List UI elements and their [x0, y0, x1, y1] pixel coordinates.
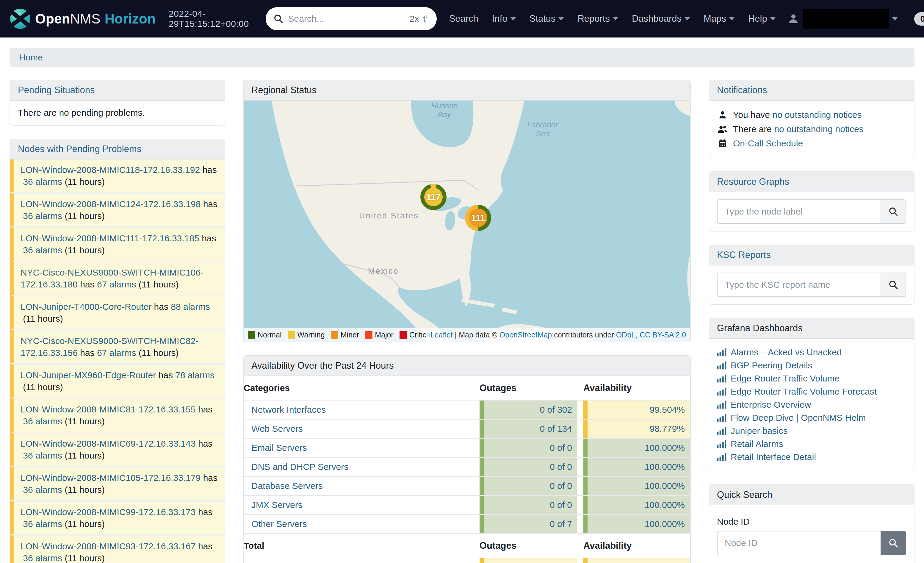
alarms-link[interactable]: 36 alarms — [23, 416, 62, 426]
alarms-link[interactable]: 36 alarms — [23, 211, 62, 221]
duration-text: (11 hours) — [139, 279, 179, 289]
resource-graphs-title[interactable]: Resource Graphs — [709, 172, 914, 192]
node-link[interactable]: LON-Window-2008-MIMIC69-172.16.33.143 — [21, 438, 196, 449]
grafana-links-list: Alarms – Acked vs Unacked BGP Peering De… — [717, 346, 906, 464]
pending-nodes-panel: Nodes with Pending Problems LON-Window-2… — [9, 139, 225, 563]
alarms-link[interactable]: 36 alarms — [23, 485, 62, 495]
map-cluster-marker[interactable]: 117 — [420, 184, 447, 210]
grafana-dashboard-link[interactable]: Retail Alarms — [730, 439, 783, 449]
regional-status-map[interactable]: Hudson Bay Labrador Sea United States Mé… — [244, 101, 690, 342]
brand[interactable]: OpenNMSHorizon — [10, 9, 156, 29]
category-link[interactable]: Database Servers — [251, 481, 323, 491]
search-input[interactable] — [288, 14, 405, 24]
grafana-dashboard-link[interactable]: BGP Peering Details — [730, 360, 813, 371]
alarms-link[interactable]: 88 alarms — [171, 302, 210, 312]
pending-situations-title[interactable]: Pending Situations — [10, 80, 225, 101]
users-icon — [717, 125, 728, 134]
odbl-link[interactable]: ODbL — [616, 330, 635, 339]
alarms-link[interactable]: 67 alarms — [97, 279, 136, 289]
grafana-dashboard-link[interactable]: Alarms – Acked vs Unacked — [730, 347, 842, 357]
grafana-dashboard-link[interactable]: Edge Router Traffic Volume — [730, 374, 840, 384]
resource-graphs-search-button[interactable] — [880, 200, 906, 224]
grafana-dashboard-item: Edge Router Traffic Volume — [717, 372, 906, 385]
node-id-input[interactable] — [717, 531, 880, 555]
quick-search-title: Quick Search — [709, 485, 914, 505]
grafana-dashboard-link[interactable]: Flow Deep Dive | OpenNMS Helm — [730, 413, 866, 423]
alarms-link[interactable]: 36 alarms — [23, 553, 62, 563]
node-link[interactable]: LON-Window-2008-MIMIC81-172.16.33.155 — [21, 404, 196, 414]
all-notices-link[interactable]: no outstanding notices — [774, 124, 863, 134]
duration-text: (11 hours) — [64, 485, 105, 495]
node-link[interactable]: LON-Juniper-MX960-Edge-Router — [21, 370, 156, 380]
duration-text: (11 hours) — [64, 519, 105, 529]
search-icon — [888, 280, 898, 290]
chevron-down-icon — [770, 17, 776, 21]
person-icon — [717, 110, 728, 120]
pending-node-item: LON-Window-2008-MIMIC81-172.16.33.155 ha… — [10, 398, 225, 432]
nav-menu-item[interactable]: Help — [748, 14, 776, 24]
col-availability: Availability — [584, 376, 690, 400]
map-cluster-marker[interactable]: 111 — [465, 205, 491, 231]
outages-cell: 0 of 134 — [480, 420, 578, 438]
node-link[interactable]: LON-Window-2008-MIMIC118-172.16.33.192 — [21, 165, 200, 175]
node-id-search-button[interactable] — [880, 531, 906, 555]
resource-graphs-input[interactable] — [717, 200, 880, 224]
outages-cell: 0 of 302 — [480, 401, 578, 419]
breadcrumb-home-link[interactable]: Home — [19, 53, 43, 63]
bar-chart-icon — [717, 401, 726, 409]
category-link[interactable]: Other Servers — [251, 519, 307, 529]
leaflet-link[interactable]: Leaflet — [430, 330, 453, 339]
notices-count-badge[interactable]: 0 — [914, 12, 924, 26]
osm-link[interactable]: OpenStreetMap — [500, 330, 552, 339]
node-link[interactable]: LON-Window-2008-MIMIC111-172.16.33.185 — [21, 233, 200, 243]
nav-menu-item[interactable]: Status — [530, 14, 564, 24]
node-link[interactable]: LON-Juniper-T4000-Core-Router — [21, 302, 152, 312]
col-categories: Categories — [244, 376, 480, 400]
global-search: 2x⇧ — [266, 7, 437, 30]
alarms-link[interactable]: 78 alarms — [175, 370, 214, 380]
ksc-reports-title[interactable]: KSC Reports — [709, 245, 914, 266]
category-link[interactable]: Web Servers — [251, 424, 303, 434]
node-link[interactable]: LON-Window-2008-MIMIC99-172.16.33.173 — [21, 507, 196, 517]
search-shortcut-hint: 2x⇧ — [410, 14, 429, 24]
alarms-link[interactable]: 36 alarms — [23, 245, 62, 255]
category-link[interactable]: DNS and DHCP Servers — [251, 462, 348, 472]
node-link[interactable]: LON-Window-2008-MIMIC105-172.16.33.179 — [21, 473, 201, 483]
nav-menu-item[interactable]: Maps — [704, 14, 735, 24]
node-link[interactable]: LON-Window-2008-MIMIC93-172.16.33.167 — [21, 541, 196, 551]
category-link[interactable]: Email Servers — [251, 443, 307, 453]
grafana-dashboard-link[interactable]: Enterprise Overview — [730, 399, 811, 410]
ksc-reports-input[interactable] — [717, 273, 880, 297]
pending-nodes-title[interactable]: Nodes with Pending Problems — [10, 139, 225, 159]
nav-menu-item[interactable]: Reports — [578, 14, 618, 24]
category-link[interactable]: Network Interfaces — [251, 405, 326, 415]
user-notices-link[interactable]: no outstanding notices — [772, 110, 861, 120]
alarms-link[interactable]: 36 alarms — [23, 177, 62, 186]
outages-cell: 0 of 7 — [480, 515, 578, 533]
notifications-panel: Notifications You have no outstanding no… — [709, 80, 915, 158]
bar-chart-icon — [717, 427, 726, 435]
availability-row: Other Servers 0 of 7 100.000% — [244, 514, 690, 533]
nav-menu-item[interactable]: Search — [449, 14, 478, 24]
node-link[interactable]: LON-Window-2008-MIMIC124-172.16.33.198 — [21, 199, 201, 209]
grafana-dashboard-link[interactable]: Retail Interface Detail — [730, 452, 816, 462]
ksc-reports-search-button[interactable] — [880, 273, 906, 297]
ccbysa-link[interactable]: CC BY-SA 2.0 — [640, 330, 686, 339]
grafana-dashboard-link[interactable]: Edge Router Traffic Volume Forecast — [730, 387, 877, 397]
nav-menu: Search Info Status Reports Dashboards — [449, 14, 776, 24]
notifications-title[interactable]: Notifications — [709, 80, 914, 101]
nav-menu-item[interactable]: Info — [492, 14, 516, 24]
user-menu[interactable] — [788, 9, 897, 29]
alarms-link[interactable]: 36 alarms — [23, 519, 62, 529]
nav-menu-item[interactable]: Dashboards — [632, 14, 690, 24]
category-link[interactable]: JMX Servers — [251, 500, 303, 510]
grafana-dashboard-item: Edge Router Traffic Volume Forecast — [717, 385, 906, 398]
legend-swatch — [399, 331, 407, 339]
search-icon — [273, 14, 284, 24]
alarms-link[interactable]: 67 alarms — [97, 348, 136, 358]
grafana-dashboard-item: Retail Interface Detail — [717, 450, 906, 464]
duration-text: (11 hours) — [64, 450, 105, 460]
oncall-schedule-link[interactable]: On-Call Schedule — [733, 138, 803, 149]
grafana-dashboard-link[interactable]: Juniper basics — [730, 426, 788, 436]
alarms-link[interactable]: 36 alarms — [23, 450, 62, 460]
